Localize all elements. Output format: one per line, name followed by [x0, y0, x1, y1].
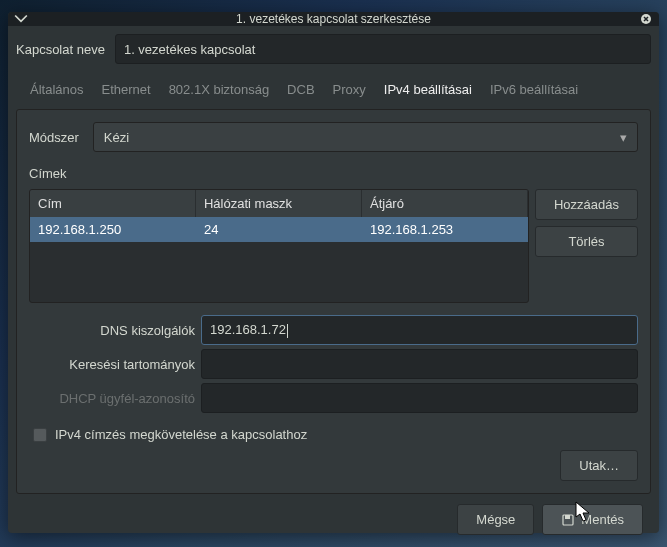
titlebar: 1. vezetékes kapcsolat szerkesztése: [8, 12, 659, 26]
method-select[interactable]: Kézi ▾: [93, 122, 638, 152]
routes-button[interactable]: Utak…: [560, 450, 638, 481]
require-ipv4-row[interactable]: IPv4 címzés megkövetelése a kapcsolathoz: [33, 427, 638, 442]
tab-general[interactable]: Általános: [28, 78, 85, 105]
search-row: Keresési tartományok: [29, 349, 638, 379]
panel-footer: Utak…: [29, 450, 638, 481]
dialog-footer: Mégse Mentés: [16, 494, 651, 539]
dhcp-row: DHCP ügyfél-azonosító: [29, 383, 638, 413]
cancel-button[interactable]: Mégse: [457, 504, 534, 535]
table-header: Cím Hálózati maszk Átjáró: [30, 190, 528, 217]
search-label: Keresési tartományok: [29, 357, 201, 372]
tab-ipv6[interactable]: IPv6 beállításai: [488, 78, 580, 105]
save-icon: [561, 513, 575, 527]
require-ipv4-checkbox[interactable]: [33, 428, 47, 442]
ipv4-panel: Módszer Kézi ▾ Címek Cím Hálózati maszk …: [16, 109, 651, 494]
table-row[interactable]: 192.168.1.250 24 192.168.1.253: [30, 217, 528, 242]
edit-wired-connection-dialog: 1. vezetékes kapcsolat szerkesztése Kapc…: [8, 12, 659, 533]
tab-proxy[interactable]: Proxy: [331, 78, 368, 105]
table-empty-space: [30, 242, 528, 302]
dhcp-input: [201, 383, 638, 413]
cell-gateway[interactable]: 192.168.1.253: [362, 217, 528, 242]
tab-ethernet[interactable]: Ethernet: [99, 78, 152, 105]
delete-button[interactable]: Törlés: [535, 226, 638, 257]
addresses-section: Cím Hálózati maszk Átjáró 192.168.1.250 …: [29, 189, 638, 303]
header-netmask: Hálózati maszk: [196, 190, 362, 217]
dns-row: DNS kiszolgálók 192.168.1.72: [29, 315, 638, 345]
cell-address[interactable]: 192.168.1.250: [30, 217, 196, 242]
save-button[interactable]: Mentés: [542, 504, 643, 535]
method-row: Módszer Kézi ▾: [29, 122, 638, 152]
connection-name-input[interactable]: [115, 34, 651, 64]
cell-netmask[interactable]: 24: [196, 217, 362, 242]
header-gateway: Átjáró: [362, 190, 528, 217]
search-input[interactable]: [201, 349, 638, 379]
dialog-body: Kapcsolat neve Általános Ethernet 802.1X…: [8, 26, 659, 547]
table-side-buttons: Hozzáadás Törlés: [535, 189, 638, 257]
dns-label: DNS kiszolgálók: [29, 323, 201, 338]
dhcp-label: DHCP ügyfél-azonosító: [29, 391, 201, 406]
add-button[interactable]: Hozzáadás: [535, 189, 638, 220]
connection-name-row: Kapcsolat neve: [16, 34, 651, 64]
method-label: Módszer: [29, 130, 79, 145]
window-menu-icon[interactable]: [14, 12, 28, 26]
require-ipv4-label: IPv4 címzés megkövetelése a kapcsolathoz: [55, 427, 307, 442]
dialog-title: 1. vezetékes kapcsolat szerkesztése: [28, 12, 639, 26]
addresses-table[interactable]: Cím Hálózati maszk Átjáró 192.168.1.250 …: [29, 189, 529, 303]
extra-fields: DNS kiszolgálók 192.168.1.72 Keresési ta…: [29, 315, 638, 413]
addresses-label: Címek: [29, 166, 638, 181]
close-icon[interactable]: [639, 12, 653, 26]
tab-ipv4[interactable]: IPv4 beállításai: [382, 78, 474, 105]
connection-name-label: Kapcsolat neve: [16, 42, 105, 57]
tab-8021x[interactable]: 802.1X biztonság: [167, 78, 271, 105]
method-value: Kézi: [104, 130, 129, 145]
tabs: Általános Ethernet 802.1X biztonság DCB …: [28, 78, 651, 105]
tab-dcb[interactable]: DCB: [285, 78, 316, 105]
svg-rect-2: [565, 515, 570, 519]
header-address: Cím: [30, 190, 196, 217]
dns-input[interactable]: 192.168.1.72: [201, 315, 638, 345]
chevron-down-icon: ▾: [620, 130, 627, 145]
